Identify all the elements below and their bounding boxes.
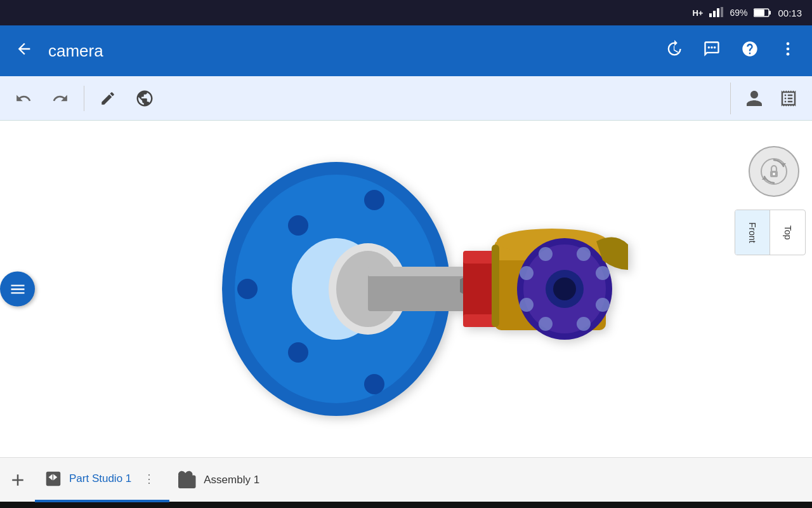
svg-point-19 [364, 190, 384, 210]
history-button[interactable] [660, 35, 688, 67]
chat-button[interactable] [698, 35, 726, 67]
svg-point-7 [708, 46, 710, 48]
app-bar: camera [0, 25, 812, 76]
sidebar-toggle-button[interactable] [0, 272, 35, 307]
person-button[interactable] [738, 83, 770, 114]
svg-point-10 [787, 42, 790, 45]
model-container [0, 121, 812, 457]
status-bar: H+ 69% 00:13 [0, 0, 812, 25]
svg-rect-24 [368, 267, 469, 276]
help-button[interactable] [736, 35, 764, 67]
svg-rect-0 [709, 13, 712, 17]
tab-bar: Part Studio 1 ⋮ Assembly 1 [0, 457, 812, 502]
more-options-button[interactable] [774, 35, 802, 67]
edit-button[interactable] [92, 83, 124, 114]
svg-point-43 [520, 266, 534, 280]
back-button[interactable] [10, 35, 38, 67]
svg-point-40 [577, 317, 591, 331]
nav-back-button[interactable] [110, 505, 160, 508]
svg-rect-5 [769, 11, 771, 15]
add-tab-button[interactable] [0, 458, 35, 502]
view-label-top[interactable]: Top [770, 210, 805, 255]
view-cube[interactable] [749, 146, 799, 197]
svg-point-9 [714, 46, 716, 48]
svg-point-41 [539, 317, 553, 331]
svg-point-8 [710, 46, 713, 48]
svg-point-21 [364, 374, 384, 394]
network-bars [709, 7, 723, 19]
camera-3d-model [184, 143, 628, 435]
svg-point-49 [773, 173, 775, 175]
time-display: 00:13 [778, 8, 802, 18]
toolbar [0, 76, 812, 121]
app-title: camera [48, 41, 650, 61]
svg-rect-3 [721, 7, 723, 17]
view-label-front[interactable]: Front [735, 210, 770, 255]
svg-point-37 [577, 247, 591, 261]
battery-level: 69% [730, 8, 747, 18]
svg-rect-2 [717, 8, 719, 17]
battery-icon [754, 8, 771, 18]
nav-bar [0, 502, 812, 508]
view-cube-inner[interactable] [749, 146, 799, 197]
svg-point-20 [288, 342, 308, 363]
part-studio-icon [44, 469, 63, 488]
tab-assembly[interactable]: Assembly 1 [169, 458, 296, 502]
svg-point-36 [539, 247, 553, 261]
toolbar-right [730, 83, 804, 114]
tab-part-studio-more[interactable]: ⋮ [138, 467, 160, 490]
assembly-icon [178, 471, 197, 490]
toolbar-divider-1 [84, 86, 84, 111]
svg-point-35 [553, 277, 576, 300]
svg-point-22 [237, 279, 258, 299]
svg-point-11 [787, 47, 790, 50]
svg-rect-1 [713, 11, 716, 17]
rotate-lock-icon [759, 157, 789, 186]
main-canvas[interactable]: Front Top [0, 121, 812, 457]
signal-icon: H+ [692, 8, 703, 18]
svg-rect-6 [754, 10, 764, 16]
svg-point-18 [288, 215, 308, 236]
svg-point-12 [787, 52, 790, 55]
svg-rect-44 [492, 244, 499, 327]
tab-part-studio[interactable]: Part Studio 1 ⋮ [35, 458, 169, 502]
redo-button[interactable] [44, 83, 76, 114]
tab-part-studio-label: Part Studio 1 [69, 472, 131, 485]
svg-point-42 [520, 298, 534, 312]
svg-point-39 [596, 298, 610, 312]
tab-assembly-label: Assembly 1 [204, 474, 259, 486]
undo-button[interactable] [8, 83, 39, 114]
svg-point-38 [596, 266, 610, 280]
scale-button[interactable] [773, 83, 804, 114]
nav-home-button[interactable] [381, 505, 431, 508]
view-labels-panel: Front Top [735, 210, 806, 255]
nav-recents-button[interactable] [652, 505, 702, 508]
globe-button[interactable] [129, 83, 160, 114]
